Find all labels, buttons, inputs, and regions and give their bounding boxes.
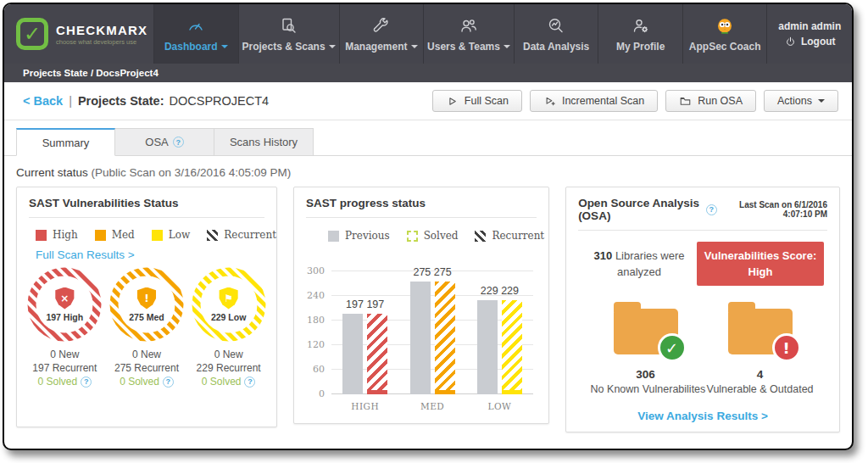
- severity-ring-low[interactable]: ⚑ 229 Low: [192, 267, 266, 342]
- sast-progress-panel: SAST progress status Previous Solved Rec…: [293, 187, 549, 424]
- caret-down-icon: [818, 99, 825, 106]
- shield-icon: !: [136, 287, 157, 310]
- full-scan-results-link[interactable]: Full Scan Results >: [36, 248, 135, 261]
- severity-legend: High Med Low Recurrent: [36, 229, 276, 241]
- tab-osa[interactable]: OSA?: [115, 128, 214, 155]
- severity-badges-row: × 197 High 0 New 197 Recurrent 0 Solved?: [17, 267, 276, 388]
- nav-item-management[interactable]: Management: [339, 4, 424, 64]
- page-header: < Back | Projects State: DOCSPROJECT4 Fu…: [4, 82, 852, 120]
- folder-icon: !: [728, 309, 793, 354]
- vulnerable-outdated-figure: ! 4 Vulnerable & Outdated: [705, 298, 815, 395]
- severity-ring-high[interactable]: × 197 High: [27, 267, 102, 342]
- panel-title: SAST Vulnerabilities Status: [17, 187, 276, 217]
- nav-item-projects-scans[interactable]: Projects & Scans: [238, 4, 339, 64]
- chevron-down-icon: [504, 45, 510, 52]
- brand-name: CHECKMARX: [56, 23, 147, 37]
- legend-swatch-solved: [407, 231, 418, 242]
- users-icon: [459, 16, 479, 36]
- y-axis-tick: 0: [303, 388, 325, 399]
- nav-item-my-profile[interactable]: My Profile: [598, 4, 682, 64]
- sast-progress-chart: 060120180240300197 197HIGH275 275MED229 …: [303, 254, 537, 415]
- main-content: Current status (Public Scan on 3/16/2016…: [4, 156, 852, 432]
- bar-group-low: 229 229LOW: [477, 271, 522, 394]
- incremental-scan-button[interactable]: Incremental Scan: [530, 90, 658, 112]
- help-icon[interactable]: ?: [706, 204, 717, 215]
- recurrent-bar: [367, 314, 387, 394]
- shield-icon: ×: [54, 287, 75, 310]
- legend-swatch-low: [152, 230, 163, 241]
- libraries-analyzed-text: 310 Libraries were analyzed: [585, 248, 693, 281]
- help-icon[interactable]: ?: [81, 377, 92, 388]
- nav-item-users-teams[interactable]: Users & Teams: [423, 4, 514, 64]
- legend-swatch-high: [36, 230, 47, 241]
- logout-button[interactable]: Logout: [784, 36, 836, 48]
- y-axis-tick: 180: [303, 315, 325, 326]
- app-window: ✓ CHECKMARX choose what developers use D…: [3, 3, 854, 450]
- gauge-icon: [186, 16, 206, 36]
- x-axis-label: LOW: [487, 401, 511, 411]
- legend-swatch-recurrent: [475, 231, 486, 242]
- severity-high: × 197 High 0 New 197 Recurrent 0 Solved?: [25, 267, 104, 388]
- shield-icon: ⚑: [219, 287, 239, 310]
- run-osa-button[interactable]: Run OSA: [665, 90, 756, 112]
- tab-scans-history[interactable]: Scans History: [214, 128, 314, 155]
- vulnerabilities-score-badge: Vulnerabilities Score: High: [697, 242, 824, 286]
- bar-value-label: 275 275: [413, 266, 451, 278]
- previous-bar: [342, 314, 363, 394]
- power-icon: [784, 36, 797, 48]
- brand-tagline: choose what developers use: [56, 38, 147, 46]
- x-axis-label: HIGH: [351, 401, 379, 411]
- bar-group-high: 197 197HIGH: [342, 271, 387, 394]
- action-buttons: Full Scan Incremental Scan Run OSA Actio…: [432, 90, 838, 112]
- legend-swatch-previous: [328, 231, 339, 242]
- y-axis-tick: 240: [303, 290, 325, 301]
- document-search-icon: [279, 16, 299, 36]
- previous-bar: [410, 282, 431, 394]
- nav-item-data-analysis[interactable]: Data Analysis: [514, 4, 598, 64]
- view-analysis-results-link[interactable]: View Analysis Results >: [637, 410, 767, 422]
- severity-ring-med[interactable]: ! 275 Med: [109, 267, 184, 342]
- y-axis-tick: 120: [303, 339, 325, 350]
- breadcrumb: Projects State / DocsProject4: [4, 64, 852, 82]
- bar-group-med: 275 275MED: [410, 271, 455, 394]
- tab-bar: Summary OSA? Scans History: [4, 120, 852, 156]
- severity-med: ! 275 Med 0 New 275 Recurrent 0 Solved?: [107, 267, 186, 388]
- recurrent-bar: [435, 282, 455, 394]
- panel-title: Open Source Analysis (OSA): [578, 197, 701, 222]
- sast-vulnerabilities-panel: SAST Vulnerabilities Status High Med Low…: [16, 187, 277, 427]
- chevron-down-icon: [329, 45, 336, 52]
- play-plus-icon: [543, 95, 556, 108]
- page-title-label: Projects State:: [78, 94, 164, 108]
- recurrent-bar: [502, 300, 522, 394]
- chevron-down-icon: [221, 45, 228, 52]
- chart-magnifier-icon: [546, 16, 566, 36]
- alert-badge-icon: !: [772, 333, 801, 362]
- user-name: admin admin: [778, 20, 841, 32]
- no-known-vulnerabilities-figure: ✓ 306 No Known Vulnerabilites: [591, 298, 701, 395]
- owl-icon: [715, 16, 735, 36]
- checkmarx-logo[interactable]: ✓ CHECKMARX choose what developers use: [4, 4, 153, 64]
- panel-title: SAST progress status: [294, 187, 548, 217]
- legend-swatch-recurrent: [207, 230, 218, 241]
- tab-summary[interactable]: Summary: [16, 128, 115, 156]
- nav-item-dashboard[interactable]: Dashboard: [153, 4, 238, 64]
- y-axis-tick: 300: [303, 265, 325, 276]
- bar-value-label: 229 229: [481, 285, 519, 297]
- check-badge-icon: ✓: [658, 333, 687, 362]
- back-link[interactable]: < Back: [23, 94, 63, 108]
- wrench-icon: [371, 16, 392, 36]
- help-icon[interactable]: ?: [244, 377, 255, 388]
- current-status-line: Current status (Public Scan on 3/16/2016…: [16, 166, 840, 179]
- chevron-down-icon: [411, 45, 418, 52]
- full-scan-button[interactable]: Full Scan: [432, 90, 522, 112]
- severity-low: ⚑ 229 Low 0 New 229 Recurrent 0 Solved?: [189, 267, 269, 388]
- folder-icon: ✓: [614, 309, 678, 354]
- bar-value-label: 197 197: [346, 298, 384, 310]
- folder-icon: [679, 95, 692, 108]
- legend-swatch-med: [95, 230, 106, 241]
- actions-button[interactable]: Actions: [764, 90, 838, 112]
- y-axis-tick: 60: [303, 364, 325, 375]
- nav-item-appsec-coach[interactable]: AppSec Coach: [682, 4, 767, 64]
- checkmarx-logo-icon: ✓: [16, 18, 48, 50]
- help-icon[interactable]: ?: [163, 377, 174, 388]
